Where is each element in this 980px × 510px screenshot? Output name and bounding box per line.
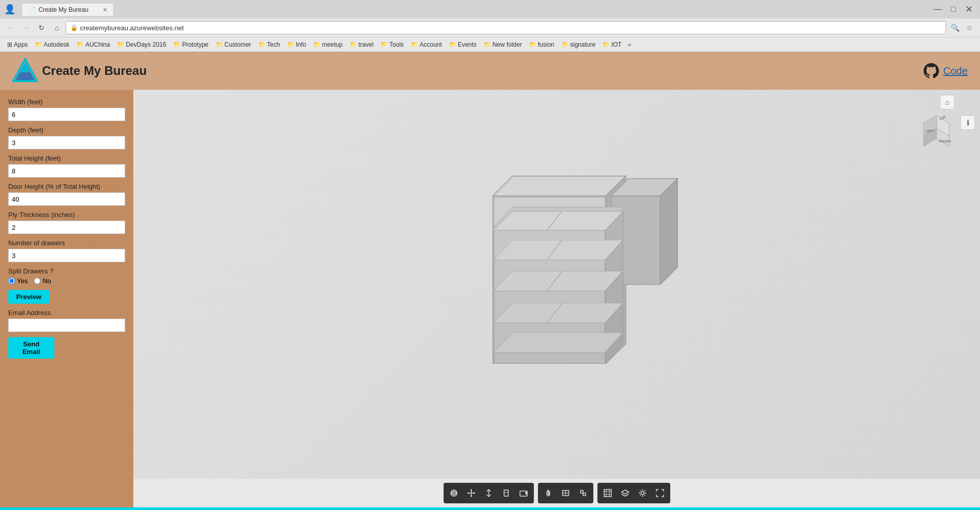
bookmark-auchina[interactable]: 📁 AUChina bbox=[73, 40, 113, 49]
bookmark-account[interactable]: 📁 Account bbox=[408, 40, 445, 49]
bookmark-label: signature bbox=[570, 41, 595, 48]
bookmark-signature[interactable]: 📁 signature bbox=[558, 40, 598, 49]
email-label: Email Address bbox=[8, 309, 125, 317]
svg-marker-43 bbox=[494, 332, 623, 352]
svg-marker-11 bbox=[493, 176, 626, 195]
section-tool[interactable] bbox=[557, 485, 574, 501]
split-no-radio[interactable] bbox=[34, 278, 41, 284]
bookmark-apps[interactable]: ⊞ Apps bbox=[4, 40, 31, 49]
bookmark-info[interactable]: 📁 Info bbox=[284, 40, 309, 49]
address-text: createmybureau.azurewebsites.net bbox=[80, 24, 942, 32]
folder-icon: 📁 bbox=[117, 41, 124, 48]
window-close-button[interactable]: ✕ bbox=[962, 2, 976, 16]
bookmark-tools[interactable]: 📁 Tools bbox=[377, 40, 407, 49]
depth-input[interactable] bbox=[8, 136, 125, 149]
view-cube[interactable]: TOP LEFT FRONT bbox=[918, 113, 954, 149]
email-input[interactable] bbox=[8, 319, 125, 332]
bookmark-autodesk[interactable]: 📁 Autodesk bbox=[32, 40, 72, 49]
folder-icon: 📁 bbox=[173, 41, 181, 48]
settings-tool[interactable] bbox=[634, 485, 651, 501]
svg-marker-74 bbox=[622, 490, 629, 494]
bookmark-tech[interactable]: 📁 Tech bbox=[255, 40, 283, 49]
num-drawers-input[interactable] bbox=[8, 249, 125, 262]
folder-icon: 📁 bbox=[411, 41, 418, 48]
ply-thickness-input[interactable] bbox=[8, 221, 125, 234]
bookmark-travel[interactable]: 📁 travel bbox=[347, 40, 376, 49]
bookmark-customer[interactable]: 📁 Customer bbox=[213, 40, 254, 49]
viewport-3d[interactable]: ⌂ ℹ bbox=[133, 90, 980, 479]
toolbar-group-2 bbox=[538, 483, 593, 503]
progress-bar: 100% bbox=[0, 507, 980, 510]
svg-marker-37 bbox=[494, 303, 623, 323]
bookmarks-overflow-button[interactable]: » bbox=[626, 40, 633, 49]
folder-icon: 📁 bbox=[484, 41, 491, 48]
svg-marker-60 bbox=[525, 491, 527, 495]
profile-icon: 👤 bbox=[4, 4, 15, 15]
forward-button[interactable]: → bbox=[19, 21, 33, 34]
split-yes-option[interactable]: Yes bbox=[8, 277, 28, 285]
svg-rect-73 bbox=[604, 489, 611, 497]
bookmark-prototype[interactable]: 📁 Prototype bbox=[170, 40, 211, 49]
render-tool[interactable] bbox=[540, 485, 556, 501]
logo-icon bbox=[12, 58, 38, 84]
width-label: Width (feet) bbox=[8, 98, 125, 106]
svg-line-83 bbox=[644, 491, 645, 492]
bookmark-new-folder[interactable]: 📁 New folder bbox=[481, 40, 525, 49]
viewport-home-button[interactable]: ⌂ bbox=[940, 95, 954, 109]
info-icon: ℹ bbox=[967, 119, 969, 127]
back-button[interactable]: ← bbox=[4, 21, 17, 34]
folder-icon: 📁 bbox=[350, 41, 357, 48]
bookmark-label: DevDays 2016 bbox=[126, 41, 166, 48]
tab-close-button[interactable]: × bbox=[103, 6, 107, 14]
total-height-input[interactable] bbox=[8, 164, 125, 178]
explode-tool[interactable] bbox=[575, 485, 591, 501]
folder-icon: 📁 bbox=[529, 41, 536, 48]
code-link[interactable]: Code bbox=[943, 65, 968, 77]
svg-marker-19 bbox=[494, 211, 623, 230]
folder-icon: 📁 bbox=[258, 41, 266, 48]
maximize-button[interactable]: □ bbox=[946, 2, 961, 16]
app-logo: Create My Bureau bbox=[12, 58, 147, 84]
svg-marker-15 bbox=[660, 179, 677, 284]
bookmark-label: Tools bbox=[389, 41, 404, 48]
bookmark-fusion[interactable]: 📁 fusion bbox=[526, 40, 557, 49]
bookmark-button[interactable]: ☆ bbox=[963, 21, 976, 34]
folder-icon: 📁 bbox=[603, 41, 610, 48]
folder-icon: 📁 bbox=[287, 41, 294, 48]
browser-tab[interactable]: 📄 Create My Bureau × bbox=[22, 3, 114, 16]
address-lock-icon: 🔒 bbox=[70, 24, 78, 31]
grid-tool[interactable] bbox=[599, 485, 616, 501]
bookmark-label: AUChina bbox=[85, 41, 110, 48]
bookmark-devdays[interactable]: 📁 DevDays 2016 bbox=[114, 40, 169, 49]
address-bar[interactable]: 🔒 createmybureau.azurewebsites.net bbox=[66, 21, 946, 34]
send-email-button[interactable]: Send Email bbox=[8, 337, 54, 359]
ply-thickness-label: Ply Thickness (inches) bbox=[8, 211, 125, 219]
minimize-button[interactable]: — bbox=[931, 2, 945, 16]
bookmark-meetup[interactable]: 📁 meetup bbox=[310, 40, 346, 49]
bookmark-label: travel bbox=[358, 41, 373, 48]
home-button[interactable]: ⌂ bbox=[50, 21, 64, 34]
split-yes-radio[interactable] bbox=[8, 278, 15, 284]
orbit-tool[interactable] bbox=[446, 485, 462, 501]
preview-button[interactable]: Preview bbox=[8, 290, 49, 304]
browser-toolbar: ← → ↻ ⌂ 🔒 createmybureau.azurewebsites.n… bbox=[0, 18, 980, 37]
pan-tool[interactable] bbox=[463, 485, 479, 501]
camera-tool[interactable] bbox=[515, 485, 532, 501]
svg-point-75 bbox=[641, 492, 644, 495]
bookmark-events[interactable]: 📁 Events bbox=[446, 40, 480, 49]
fullscreen-tool[interactable] bbox=[652, 485, 668, 501]
toolbar-icons: 🔍 ☆ bbox=[948, 21, 976, 34]
search-button[interactable]: 🔍 bbox=[948, 21, 962, 34]
bookmark-iot[interactable]: 📁 IOT bbox=[599, 40, 625, 49]
split-no-option[interactable]: No bbox=[34, 277, 51, 285]
width-input[interactable] bbox=[8, 108, 125, 121]
refresh-button[interactable]: ↻ bbox=[35, 21, 48, 34]
apps-icon: ⊞ bbox=[7, 41, 12, 48]
viewport-toolbar bbox=[133, 479, 980, 507]
viewport-info-button[interactable]: ℹ bbox=[961, 115, 975, 130]
layers-tool[interactable] bbox=[617, 485, 633, 501]
door-height-input[interactable] bbox=[8, 192, 125, 206]
fit-tool[interactable] bbox=[498, 485, 514, 501]
depth-group: Depth (feet) bbox=[8, 126, 125, 149]
bookmark-label: Autodesk bbox=[44, 41, 69, 48]
